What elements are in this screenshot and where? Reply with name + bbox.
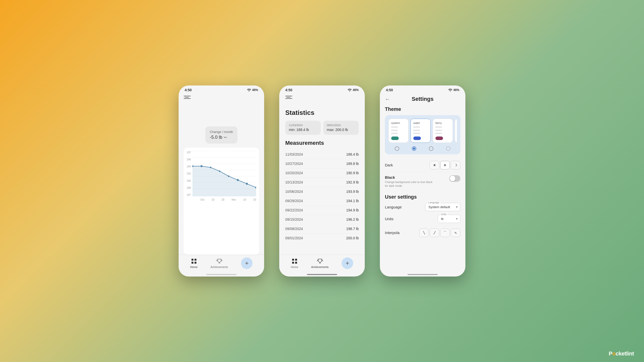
- measurement-value: 190.9 lb: [346, 171, 359, 175]
- svg-rect-19: [194, 262, 196, 264]
- language-field-label: Language: [427, 201, 440, 204]
- time-3: 4:50: [386, 88, 393, 92]
- home-indicator-1: [206, 274, 236, 275]
- filter-line-1: [184, 96, 191, 96]
- units-dropdown-arrow: ▼: [456, 217, 458, 220]
- svg-rect-16: [191, 259, 193, 261]
- theme-card-system[interactable]: system wwwwwwwwwwww: [388, 119, 409, 143]
- trophy-icon-2: [317, 258, 323, 264]
- theme-card-water[interactable]: water wwwwwwwwwwww: [411, 119, 431, 143]
- filter-line-2c: [285, 98, 292, 99]
- measurement-date: 10/27/2024: [285, 162, 303, 166]
- radio-sand[interactable]: [446, 146, 451, 151]
- measurement-value: 196.2 lb: [346, 217, 359, 221]
- interp-btn-2[interactable]: ╱: [430, 229, 439, 237]
- back-arrow[interactable]: ←: [385, 96, 390, 102]
- interp-btn-3[interactable]: ⌒: [440, 229, 450, 237]
- bottom-nav-1: Home Achievements +: [179, 255, 264, 274]
- theme-card-berry[interactable]: berry wwwwwwwwwwww: [433, 119, 453, 143]
- black-label: Black: [385, 175, 435, 179]
- svg-rect-24: [295, 259, 297, 261]
- change-card: Change / month -5.0 lb: [205, 126, 238, 144]
- settings-header: ← Settings: [385, 96, 460, 102]
- measurement-row: 09/08/2024198.7 lb: [285, 224, 359, 234]
- dark-btn-auto[interactable]: ✳: [440, 161, 450, 169]
- chart-area: 197 196 194 192 190 188 187: [187, 151, 256, 201]
- language-value: System default: [428, 205, 450, 209]
- theme-dot-system: [391, 137, 399, 140]
- filter-line-2: [185, 97, 189, 98]
- dark-label: Dark: [385, 163, 393, 167]
- theme-card-sand[interactable]: sand wwwwwwwww: [455, 119, 457, 143]
- phone-screen-stats: 4:50 46% Statistics 11/03/2024: [279, 85, 365, 277]
- nav-achievements-1[interactable]: Achievements: [211, 258, 228, 268]
- filter-line-2b: [286, 97, 291, 98]
- screen3-content: ← Settings Theme system wwwwwwwwwwww wat…: [380, 93, 465, 274]
- black-text: Black Change background color to true bl…: [385, 175, 435, 188]
- dark-btn-moon[interactable]: ☽: [451, 161, 460, 169]
- nav-achievements-2[interactable]: Achievements: [311, 258, 329, 268]
- nav-home-label-2: Home: [291, 265, 298, 268]
- y-axis: 197 196 194 192 190 188 187: [187, 151, 192, 201]
- filter-icon-1[interactable]: [184, 96, 191, 101]
- theme-dot-berry: [435, 137, 443, 140]
- radio-water[interactable]: [412, 146, 416, 151]
- theme-name-water: water: [413, 121, 428, 124]
- theme-preview-system: wwwwwwwwwwww: [391, 125, 406, 135]
- theme-heading: Theme: [385, 106, 460, 112]
- svg-point-10: [210, 167, 211, 168]
- filter-icon-2[interactable]: [285, 96, 292, 101]
- theme-name-system: system: [391, 121, 406, 124]
- svg-point-0: [249, 91, 249, 92]
- interp-btn-4[interactable]: ∿: [451, 229, 460, 237]
- black-toggle[interactable]: [449, 175, 460, 182]
- language-select[interactable]: Language System default ▼: [425, 203, 460, 211]
- measurement-row: 10/13/2024192.9 lb: [285, 178, 359, 187]
- filter-line-3: [184, 98, 191, 99]
- svg-rect-18: [191, 262, 193, 264]
- battery-3: 46%: [453, 88, 459, 92]
- chart-svg: [192, 151, 256, 196]
- nav-home-2[interactable]: Home: [291, 258, 298, 268]
- add-button-2[interactable]: +: [342, 257, 353, 269]
- svg-rect-25: [292, 262, 294, 264]
- interpola-buttons: ╲ ╱ ⌒ ∿: [419, 229, 460, 237]
- settings-title: Settings: [392, 96, 453, 102]
- measurement-row: 09/15/2024196.2 lb: [285, 215, 359, 224]
- language-row: Language Language System default ▼: [385, 203, 460, 211]
- battery-1: 46%: [252, 88, 258, 92]
- nav-home-1[interactable]: Home: [190, 258, 197, 268]
- measurement-value: 192.9 lb: [346, 180, 359, 184]
- units-field-label: Units: [440, 213, 447, 216]
- measurement-date: 10/13/2024: [285, 180, 303, 184]
- interp-btn-1[interactable]: ╲: [419, 229, 429, 237]
- svg-point-11: [219, 170, 220, 172]
- measurement-row: 10/27/2024189.8 lb: [285, 159, 359, 168]
- units-select[interactable]: Units lb ▼: [438, 215, 460, 223]
- svg-point-29: [450, 91, 451, 92]
- interpola-label: Interpola: [385, 231, 399, 235]
- status-icons-3: 46%: [448, 88, 459, 92]
- measurement-row: 10/20/2024190.9 lb: [285, 168, 359, 178]
- measurements-list: 11/03/2024188.4 lb10/27/2024189.8 lb10/2…: [285, 150, 359, 255]
- change-value: -5.0 lb: [210, 135, 233, 140]
- svg-rect-23: [292, 259, 294, 261]
- phone-screen-home: 4:50 46% Change / month -5.0 lb: [179, 85, 264, 277]
- nav-achievements-label-1: Achievements: [211, 265, 228, 268]
- black-desc: Change background color to true black fo…: [385, 180, 435, 188]
- dark-btn-sun[interactable]: ☀: [430, 161, 439, 169]
- status-bar-1: 4:50 46%: [179, 85, 264, 93]
- status-bar-3: 4:50 46%: [380, 85, 465, 93]
- battery-2: 46%: [353, 88, 359, 92]
- add-button-1[interactable]: +: [241, 257, 253, 269]
- radio-system[interactable]: [395, 146, 399, 151]
- stat-card-max: 09/01/2024 max: 200.0 lb: [323, 121, 359, 135]
- user-settings-heading: User settings: [385, 194, 460, 200]
- theme-cards: system wwwwwwwwwwww water wwwwwwwwwwww b…: [388, 119, 457, 143]
- measurement-row: 09/01/2024200.0 lb: [285, 234, 359, 243]
- stats-cards: 11/03/2024 min: 188.4 lb 09/01/2024 max:…: [285, 121, 359, 135]
- radio-berry[interactable]: [429, 146, 433, 151]
- home-icon-2: [291, 258, 298, 264]
- measurements-title: Measurements: [285, 140, 359, 146]
- screens-container: 4:50 46% Change / month -5.0 lb: [179, 85, 465, 277]
